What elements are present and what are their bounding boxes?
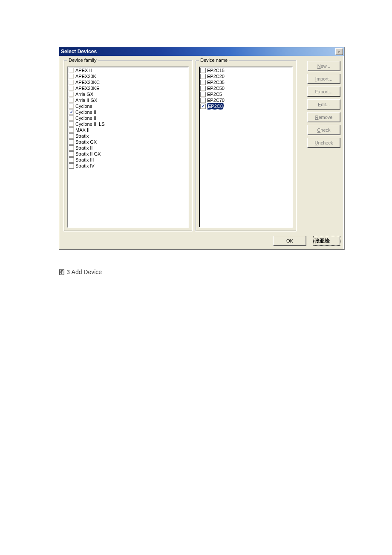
list-item-label: EP2C5 xyxy=(207,91,222,97)
checkbox-icon[interactable] xyxy=(69,104,74,109)
close-button[interactable]: r xyxy=(335,48,343,55)
dialog-bottom-bar: OK 张亚峰 xyxy=(63,231,340,246)
list-item[interactable]: MAX II xyxy=(69,127,187,133)
list-item-label: APEX20K xyxy=(75,73,96,79)
list-item[interactable]: EP2C15 xyxy=(200,67,291,73)
list-item[interactable]: Cyclone II xyxy=(69,109,187,115)
dialog-title: Select Devices xyxy=(61,49,97,55)
list-item[interactable]: Stratix II xyxy=(69,145,187,151)
checkbox-icon[interactable] xyxy=(69,68,74,73)
checkbox-icon[interactable] xyxy=(200,98,206,103)
list-item-label: Stratix xyxy=(75,133,89,139)
list-item-label: Cyclone xyxy=(75,103,92,109)
checkbox-icon[interactable] xyxy=(69,92,74,97)
device-family-group: Device family APEX IIAPEX20KAPEX20KCAPEX… xyxy=(63,60,193,231)
list-item-label: Stratix II GX xyxy=(75,151,101,157)
checkbox-icon[interactable] xyxy=(69,145,74,151)
new-button[interactable]: New... xyxy=(307,61,340,71)
checkbox-icon[interactable] xyxy=(69,74,74,79)
list-item[interactable]: APEX20KC xyxy=(69,79,187,85)
list-item-label: Cyclone II xyxy=(75,109,96,115)
list-item[interactable]: Arria II GX xyxy=(69,97,187,103)
list-item[interactable]: Cyclone xyxy=(69,103,187,109)
list-item[interactable]: Cyclone III xyxy=(69,115,187,121)
list-item[interactable]: APEX II xyxy=(69,67,187,73)
checkbox-icon[interactable] xyxy=(69,151,74,157)
list-item-label: Stratix GX xyxy=(75,139,97,145)
list-item-label: Cyclone III LS xyxy=(75,121,104,127)
list-item-label: EP2C15 xyxy=(207,67,225,73)
export-button[interactable]: Export... xyxy=(307,87,340,97)
list-item-label: APEX20KC xyxy=(75,79,100,85)
list-item[interactable]: EP2C70 xyxy=(200,97,291,103)
ok-button[interactable]: OK xyxy=(273,236,306,246)
list-item-label: EP2C70 xyxy=(207,97,225,103)
device-family-legend: Device family xyxy=(67,58,98,63)
checkbox-icon[interactable] xyxy=(200,92,206,97)
list-item[interactable]: EP2C5 xyxy=(200,91,291,97)
checkbox-icon[interactable] xyxy=(200,86,206,91)
list-item-label: EP2C8 xyxy=(207,103,224,110)
titlebar: Select Devices r xyxy=(59,47,344,56)
side-button-column: New... Import... Export... Edit... Remov… xyxy=(299,60,340,231)
edit-button[interactable]: Edit... xyxy=(307,99,340,110)
list-item[interactable]: EP2C20 xyxy=(200,73,291,79)
checkbox-icon[interactable] xyxy=(69,139,74,145)
checkbox-icon[interactable] xyxy=(69,80,74,85)
watermark-text: 张亚峰 xyxy=(314,237,330,245)
list-item[interactable]: EP2C50 xyxy=(200,85,291,91)
checkbox-icon[interactable] xyxy=(200,104,206,109)
select-devices-dialog: Select Devices r Device family APEX IIAP… xyxy=(59,47,344,250)
remove-button[interactable]: Remove xyxy=(307,112,340,122)
uncheck-button[interactable]: Uncheck xyxy=(307,138,340,148)
device-family-list[interactable]: APEX IIAPEX20KAPEX20KCAPEX20KEArria GXAr… xyxy=(67,66,189,228)
list-item[interactable]: EP2C35 xyxy=(200,79,291,85)
import-button[interactable]: Import... xyxy=(307,74,340,84)
list-item[interactable]: Cyclone III LS xyxy=(69,121,187,127)
check-button[interactable]: Check xyxy=(307,125,340,135)
list-item[interactable]: Stratix II GX xyxy=(69,151,187,157)
list-item[interactable]: Stratix xyxy=(69,133,187,139)
list-item-label: APEX20KE xyxy=(75,85,99,91)
checkbox-icon[interactable] xyxy=(69,110,74,115)
watermark-button[interactable]: 张亚峰 xyxy=(313,236,340,246)
checkbox-icon[interactable] xyxy=(69,98,74,103)
list-item-label: Arria II GX xyxy=(75,97,97,103)
list-item[interactable]: Stratix III xyxy=(69,157,187,163)
list-item-label: Stratix II xyxy=(75,145,92,151)
list-item[interactable]: APEX20KE xyxy=(69,85,187,91)
list-item-label: MAX II xyxy=(75,127,89,133)
checkbox-icon[interactable] xyxy=(200,80,206,85)
checkbox-icon[interactable] xyxy=(69,127,74,133)
list-item-label: Stratix IV xyxy=(75,163,95,169)
checkbox-icon[interactable] xyxy=(69,133,74,139)
checkbox-icon[interactable] xyxy=(69,86,74,91)
checkbox-icon[interactable] xyxy=(69,116,74,121)
device-name-group: Device name EP2C15EP2C20EP2C35EP2C50EP2C… xyxy=(195,60,297,231)
checkbox-icon[interactable] xyxy=(69,163,74,169)
list-item-label: Arria GX xyxy=(75,91,93,97)
list-item[interactable]: Stratix GX xyxy=(69,139,187,145)
figure-caption: 图 3 Add Device xyxy=(59,269,343,276)
checkbox-icon[interactable] xyxy=(200,74,206,79)
list-item-label: EP2C50 xyxy=(207,85,225,91)
list-item[interactable]: Arria GX xyxy=(69,91,187,97)
list-item[interactable]: EP2C8 xyxy=(200,103,291,109)
checkbox-icon[interactable] xyxy=(69,157,74,163)
close-icon: r xyxy=(338,49,340,54)
list-item-label: EP2C20 xyxy=(207,73,225,79)
list-item[interactable]: APEX20K xyxy=(69,73,187,79)
list-item-label: Stratix III xyxy=(75,157,94,163)
device-name-list[interactable]: EP2C15EP2C20EP2C35EP2C50EP2C5EP2C70EP2C8 xyxy=(199,66,293,228)
checkbox-icon[interactable] xyxy=(69,121,74,127)
list-item-label: APEX II xyxy=(75,67,92,73)
list-item-label: Cyclone III xyxy=(75,115,98,121)
checkbox-icon[interactable] xyxy=(200,68,206,73)
list-item[interactable]: Stratix IV xyxy=(69,163,187,169)
list-item-label: EP2C35 xyxy=(207,79,225,85)
device-name-legend: Device name xyxy=(199,58,229,63)
